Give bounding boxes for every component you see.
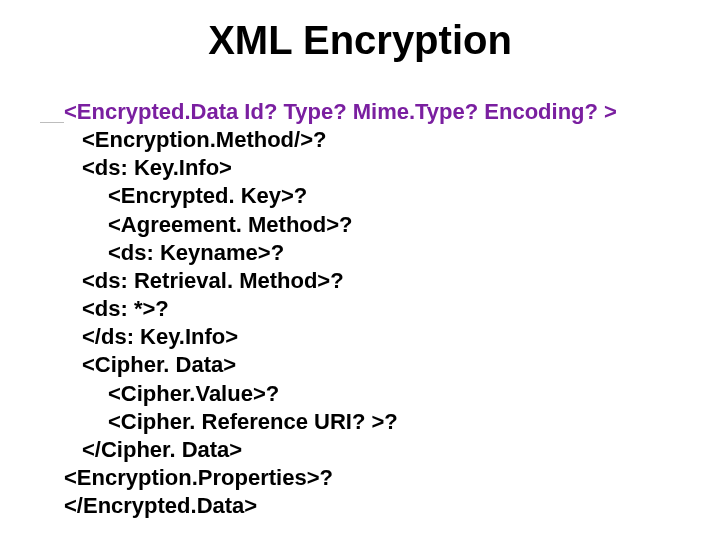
code-line: <ds: Retrieval. Method>? xyxy=(64,267,684,295)
code-line: <Cipher.Value>? xyxy=(64,380,684,408)
code-line: <ds: *>? xyxy=(64,295,684,323)
code-line: <Agreement. Method>? xyxy=(64,211,684,239)
code-line: <Cipher. Data> xyxy=(64,351,684,379)
code-line: <Encrypted. Key>? xyxy=(64,182,684,210)
code-line: <Encryption.Properties>? xyxy=(64,464,684,492)
code-line: </ds: Key.Info> xyxy=(64,323,684,351)
code-line: <Cipher. Reference URI? >? xyxy=(64,408,684,436)
code-line: <Encryption.Method/>? xyxy=(64,126,684,154)
code-line: <ds: Key.Info> xyxy=(64,154,684,182)
code-line: <Encrypted.Data Id? Type? Mime.Type? Enc… xyxy=(64,98,684,126)
code-line: <ds: Keyname>? xyxy=(64,239,684,267)
slide-body: <Encrypted.Data Id? Type? Mime.Type? Enc… xyxy=(64,98,684,520)
slide: XML Encryption <Encrypted.Data Id? Type?… xyxy=(0,0,720,540)
code-line: </Cipher. Data> xyxy=(64,436,684,464)
slide-title: XML Encryption xyxy=(0,18,720,63)
code-line: </Encrypted.Data> xyxy=(64,492,684,520)
